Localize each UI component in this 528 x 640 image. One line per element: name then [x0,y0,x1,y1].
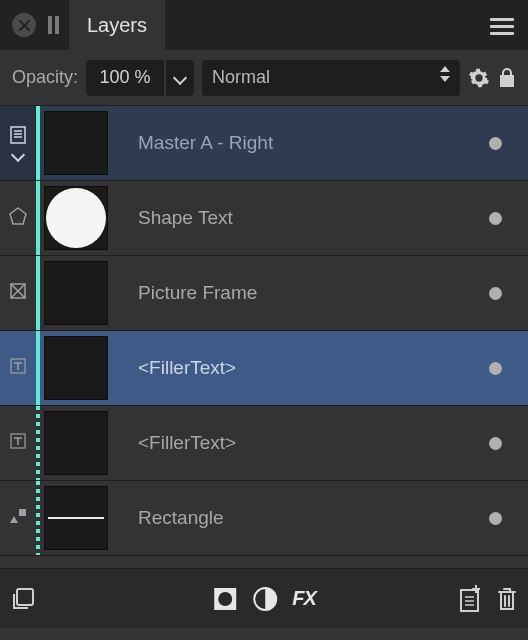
svg-point-11 [218,592,232,606]
visibility-toggle[interactable] [489,437,502,450]
layer-options-row: Opacity: 100 % Normal [0,50,528,106]
layer-thumbnail [44,486,108,550]
blend-mode-select[interactable]: Normal [202,60,460,96]
opacity-label: Opacity: [12,67,78,88]
child-type-cell [0,256,36,330]
panel-menu-button[interactable] [490,14,514,39]
color-stripe [36,106,40,180]
layer-row-child[interactable]: <FillerText> [0,331,528,406]
blend-mode-value: Normal [212,67,270,88]
adjustment-icon [252,586,278,612]
opacity-value: 100 % [100,67,151,88]
opacity-control: 100 % [86,60,194,96]
svg-rect-0 [11,127,25,143]
text-frame-icon [9,432,27,455]
visibility-toggle[interactable] [489,212,502,225]
shape-text-icon [9,207,27,230]
layers-list: Master A - Right Shape TextPicture Frame… [0,106,528,568]
layer-row-child[interactable]: <FillerText> [0,406,528,481]
layer-label[interactable]: Picture Frame [114,282,489,304]
delete-layer-button[interactable] [496,586,518,612]
layer-thumbnail [44,261,108,325]
layer-row-child[interactable]: Rectangle [0,481,528,556]
layer-row-child[interactable]: Picture Frame [0,256,528,331]
visibility-toggle[interactable] [489,362,502,375]
visibility-toggle[interactable] [489,512,502,525]
tab-layers[interactable]: Layers [69,0,165,50]
child-type-cell [0,481,36,555]
layer-row-master[interactable]: Master A - Right [0,106,528,181]
layer-thumbnail [44,111,108,175]
layer-label[interactable]: <FillerText> [114,432,489,454]
layers-bottom-toolbar: FX [0,568,528,628]
edit-linked-button[interactable] [10,586,36,612]
child-type-cell [0,331,36,405]
dock-icon[interactable] [48,16,59,34]
text-frame-icon [9,357,27,380]
child-type-cell [0,181,36,255]
panel-settings-button[interactable] [468,67,490,89]
layer-thumbnail [44,186,108,250]
page-icon [9,126,27,144]
trash-icon [496,586,518,612]
stepper-arrows-icon [440,66,450,82]
visibility-toggle[interactable] [489,287,502,300]
tab-label: Layers [87,14,147,37]
child-type-cell [0,406,36,480]
color-stripe [36,481,40,555]
rectangle-icon [9,507,27,530]
svg-marker-8 [10,516,18,523]
color-stripe [36,181,40,255]
opacity-input[interactable]: 100 % [86,60,164,96]
add-page-icon [458,585,482,613]
svg-rect-7 [19,509,26,516]
layer-thumbnail [44,336,108,400]
lock-button[interactable] [498,67,516,89]
layer-label[interactable]: <FillerText> [114,357,489,379]
fx-label: FX [292,587,316,610]
layer-label[interactable]: Shape Text [114,207,489,229]
add-layer-button[interactable] [458,585,482,613]
opacity-dropdown-button[interactable] [166,60,194,96]
color-stripe [36,406,40,480]
stack-icon [10,586,36,612]
visibility-toggle[interactable] [489,137,502,150]
picture-frame-icon [9,282,27,305]
chevron-down-icon [173,70,187,84]
gear-icon [468,67,490,89]
mask-icon [212,586,238,612]
hamburger-icon [490,18,514,35]
layer-row-child[interactable]: Shape Text [0,181,528,256]
svg-rect-9 [17,589,33,605]
layer-label[interactable]: Master A - Right [114,132,489,154]
master-gutter [0,106,36,180]
layer-thumbnail [44,411,108,475]
adjustment-button[interactable] [252,586,278,612]
close-icon[interactable] [12,13,36,37]
expand-toggle-icon[interactable] [10,148,24,162]
mask-button[interactable] [212,586,238,612]
lock-icon [498,67,516,89]
color-stripe [36,331,40,405]
fx-button[interactable]: FX [292,587,316,610]
panel-tab-bar: Layers [0,0,528,50]
layer-label[interactable]: Rectangle [114,507,489,529]
color-stripe [36,256,40,330]
